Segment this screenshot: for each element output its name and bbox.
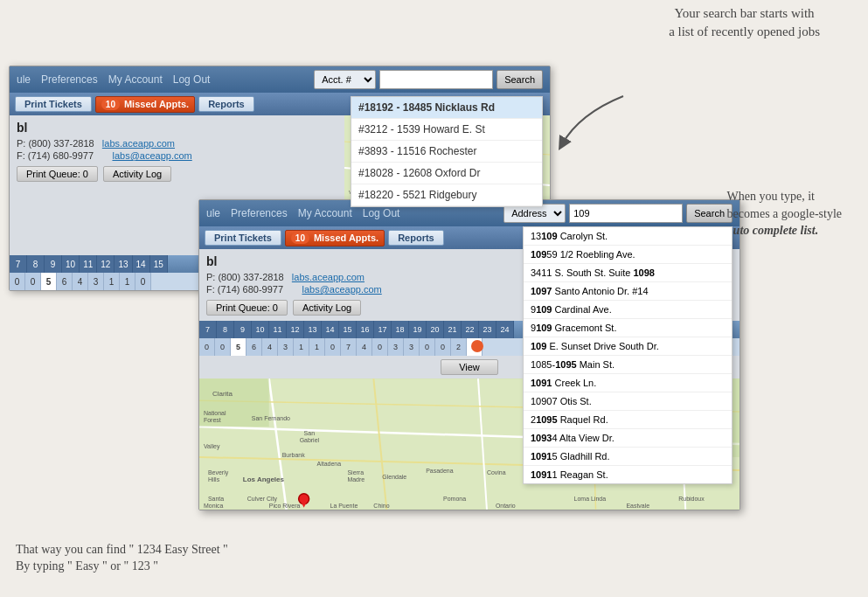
ac-item[interactable]: 109 E. Sunset Drive South Dr.	[524, 337, 732, 356]
autocomplete-item[interactable]: #18220 - 5521 Ridgebury	[351, 184, 542, 206]
search-input-top[interactable]	[379, 70, 493, 89]
nav-item-preferences-2[interactable]: Preferences	[231, 207, 288, 219]
search-button-top[interactable]: Search	[496, 70, 543, 89]
cal-h: 17	[374, 321, 392, 338]
nav-item-logout-2[interactable]: Log Out	[363, 207, 400, 219]
email2-link-top[interactable]: labs@aceapp.com	[112, 150, 191, 161]
cal-cell[interactable]: 6	[57, 273, 73, 290]
action-bar-top: Print Queue: 0 Activity Log	[17, 166, 337, 182]
cal-header: 7	[10, 255, 27, 273]
print-queue-btn-top[interactable]: Print Queue: 0	[17, 166, 98, 182]
cal-cell[interactable]: 0	[420, 338, 435, 356]
ac-item[interactable]: 10915 Gladhill Rd.	[524, 448, 732, 466]
cal-h: 22	[462, 321, 479, 338]
search-input-bottom[interactable]	[569, 204, 683, 223]
ac-item[interactable]: 1085-1095 Main St.	[524, 356, 732, 374]
svg-text:Culver City: Culver City	[247, 496, 278, 503]
svg-text:National: National	[204, 410, 226, 416]
print-tickets-btn-bottom[interactable]: Print Tickets	[205, 230, 281, 246]
cal-h: 18	[392, 321, 409, 338]
cal-cell[interactable]: 1	[309, 338, 325, 356]
ac-item[interactable]: 9109 Cardinal Ave.	[524, 301, 732, 319]
cal-cell[interactable]: 0	[135, 273, 151, 290]
svg-text:Valley: Valley	[204, 443, 220, 450]
cal-cell[interactable]: 1	[104, 273, 120, 290]
cal-cell[interactable]: 5	[231, 338, 247, 356]
reports-btn-bottom[interactable]: Reports	[388, 230, 444, 246]
cal-cell[interactable]: 3	[388, 338, 404, 356]
cal-header: 15	[150, 255, 168, 273]
cal-cell[interactable]: 1	[294, 338, 309, 356]
annotation-search-bar: Your search bar starts with a list of re…	[669, 4, 820, 41]
svg-text:Rubidoux: Rubidoux	[678, 496, 705, 502]
cal-cell[interactable]: 0	[10, 273, 25, 290]
cal-cell[interactable]: 0	[372, 338, 388, 356]
cal-cell[interactable]: 0	[435, 338, 451, 356]
cal-cell[interactable]: 0	[215, 338, 231, 356]
cal-h: 12	[287, 321, 304, 338]
autocomplete-item[interactable]: #3212 - 1539 Howard E. St	[351, 119, 542, 141]
search-button-bottom[interactable]: Search	[686, 204, 733, 223]
search-type-select[interactable]: Acct. # Address	[314, 70, 376, 89]
cal-h: 21	[444, 321, 462, 338]
ac-item[interactable]: 9109 Gracemont St.	[524, 319, 732, 337]
autocomplete-item[interactable]: #18028 - 12608 Oxford Dr	[351, 163, 542, 184]
email2-link-bottom[interactable]: labs@aceapp.com	[302, 284, 381, 295]
cal-cell[interactable]: 1	[120, 273, 135, 290]
cal-cell[interactable]: 4	[357, 338, 372, 356]
cal-cell[interactable]: 6	[247, 338, 262, 356]
svg-text:Forest: Forest	[204, 417, 221, 423]
ac-item[interactable]: 21095 Raquel Rd.	[524, 411, 732, 429]
missed-appts-btn-bottom[interactable]: 10 Missed Appts.	[285, 230, 385, 246]
nav-item-logout[interactable]: Log Out	[173, 73, 211, 86]
cal-cell[interactable]: 3	[88, 273, 104, 290]
autocomplete-item[interactable]: #18192 - 18485 Nicklaus Rd	[351, 97, 542, 119]
cal-cell[interactable]: 3	[404, 338, 420, 356]
cal-cell[interactable]: 5	[41, 273, 57, 290]
ac-item[interactable]: 3411 S. South St. Suite 1098	[524, 264, 732, 282]
print-queue-btn-bottom[interactable]: Print Queue: 0	[206, 300, 288, 316]
nav-item-ule-2[interactable]: ule	[206, 207, 220, 219]
cal-cell[interactable]: 3	[278, 338, 294, 356]
ac-item[interactable]: 10907 Otis St.	[524, 392, 732, 411]
reports-btn-top[interactable]: Reports	[198, 96, 254, 112]
cal-cell[interactable]: 7	[341, 338, 357, 356]
ac-item[interactable]: 10959 1/2 Roebling Ave.	[524, 246, 732, 264]
svg-text:Sierra: Sierra	[347, 469, 364, 476]
nav-item-preferences[interactable]: Preferences	[41, 73, 98, 86]
missed-appts-btn-top[interactable]: 10 Missed Appts.	[95, 96, 195, 113]
cal-h: 23	[479, 321, 496, 338]
cal-cell[interactable]	[467, 338, 483, 356]
autocomplete-item[interactable]: #3893 - 11516 Rochester	[351, 141, 542, 163]
email1-link-bottom[interactable]: labs.aceapp.com	[292, 272, 365, 282]
svg-text:Burbank: Burbank	[282, 452, 305, 458]
svg-text:La Puente: La Puente	[330, 503, 358, 509]
nav-item-ule[interactable]: ule	[17, 73, 31, 86]
nav-item-myaccount-2[interactable]: My Account	[298, 207, 352, 219]
cal-header: 13	[115, 255, 132, 273]
cal-cell[interactable]: 4	[262, 338, 278, 356]
cal-cell[interactable]: 0	[199, 338, 215, 356]
cal-header: 10	[62, 255, 80, 273]
cal-h: 8	[217, 321, 234, 338]
cal-cell[interactable]: 4	[73, 273, 88, 290]
print-tickets-btn-top[interactable]: Print Tickets	[15, 96, 92, 112]
svg-text:Covina: Covina	[487, 469, 506, 476]
cal-cell[interactable]: 0	[325, 338, 341, 356]
activity-log-btn-top[interactable]: Activity Log	[103, 166, 171, 182]
nav-item-myaccount[interactable]: My Account	[108, 73, 163, 86]
ac-item[interactable]: 1097 Santo Antonio Dr. #14	[524, 282, 732, 301]
search-area-top: Acct. # Address Search #18192 - 18485 Ni…	[314, 70, 543, 89]
cal-cell[interactable]: 0	[25, 273, 41, 290]
ac-item[interactable]: 10911 Reagan St.	[524, 466, 732, 483]
view-button[interactable]: View	[441, 359, 498, 375]
svg-text:Altadena: Altadena	[317, 461, 342, 467]
activity-log-btn-bottom[interactable]: Activity Log	[293, 300, 361, 316]
ac-item[interactable]: 1091 Creek Ln.	[524, 374, 732, 392]
cal-cell[interactable]: 2	[451, 338, 467, 356]
email1-link-top[interactable]: labs.aceapp.com	[102, 138, 175, 149]
window-bottom: ule Preferences My Account Log Out Acct.…	[198, 199, 740, 510]
ac-item[interactable]: 10934 Alta View Dr.	[524, 429, 732, 448]
ac-item[interactable]: 13109 Carolyn St.	[524, 227, 732, 246]
svg-text:Gabriel: Gabriel	[300, 437, 320, 443]
